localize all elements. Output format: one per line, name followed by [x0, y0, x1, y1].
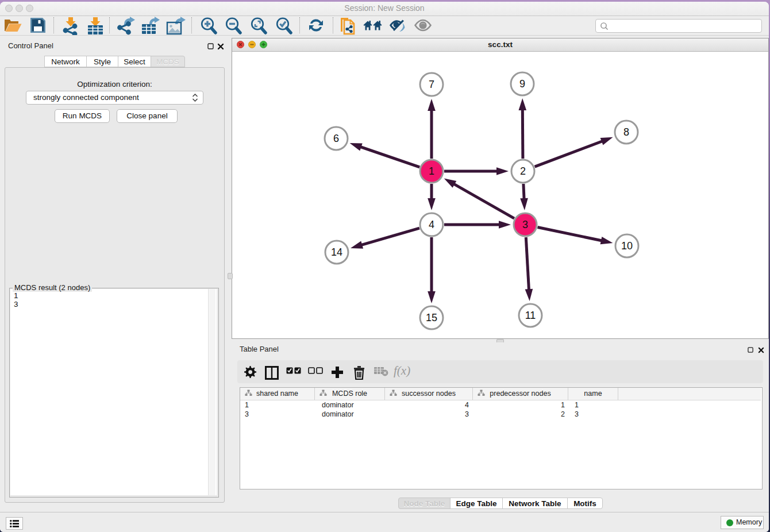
svg-text:6: 6	[333, 133, 339, 144]
svg-text:7: 7	[429, 79, 434, 90]
svg-text:11: 11	[525, 310, 536, 321]
svg-text:3: 3	[522, 219, 528, 230]
svg-text:8: 8	[623, 126, 629, 138]
svg-text:14: 14	[331, 246, 342, 258]
svg-text:9: 9	[519, 78, 525, 90]
svg-text:1: 1	[429, 165, 434, 177]
svg-text:10: 10	[621, 240, 633, 252]
svg-text:2: 2	[520, 165, 526, 177]
svg-text:4: 4	[429, 219, 434, 230]
svg-text:15: 15	[426, 312, 437, 323]
